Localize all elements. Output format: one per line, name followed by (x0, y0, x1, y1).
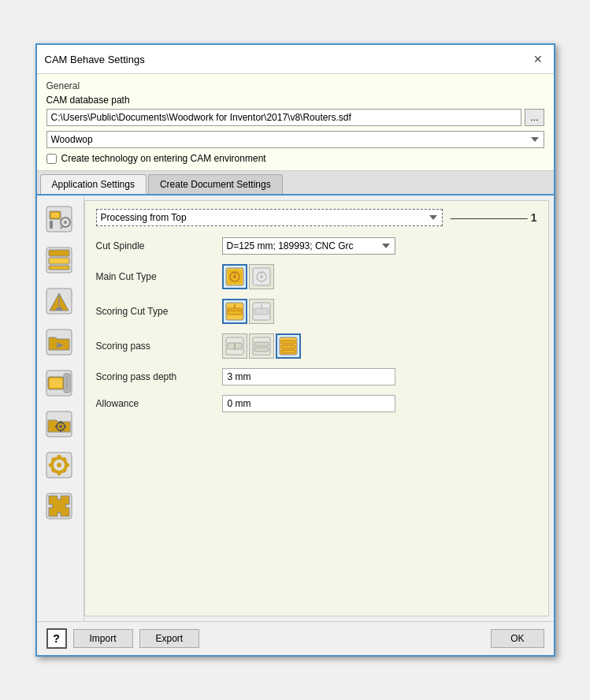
create-tech-checkbox[interactable] (46, 154, 57, 164)
cut-tool-icon (45, 287, 73, 315)
svg-rect-10 (49, 266, 69, 270)
tab-application-settings[interactable]: Application Settings (40, 174, 147, 194)
export-button[interactable]: Export (139, 629, 200, 648)
main-cut-type-icons (222, 264, 537, 289)
create-tech-row: Create technology on entering CAM enviro… (46, 153, 544, 164)
bottom-bar: ? Import Export OK (37, 621, 554, 655)
scoring-cut-icon-2 (252, 302, 271, 321)
sidebar (37, 195, 84, 621)
scoring-cut-type-btn-2[interactable] (249, 299, 274, 324)
scoring-pass-btn-1[interactable] (222, 333, 247, 359)
dialog-title: CAM Behave Settings (45, 54, 145, 65)
svg-rect-19 (50, 378, 62, 388)
svg-rect-55 (254, 308, 269, 315)
svg-rect-32 (58, 455, 61, 459)
svg-rect-2 (51, 213, 59, 218)
cam-path-row: ... (46, 109, 544, 126)
scoring-pass-btn-3[interactable] (276, 333, 301, 359)
scoring-cut-type-icons (222, 299, 537, 324)
scoring-pass-row: Scoring pass (96, 333, 537, 359)
scoring-pass-depth-input[interactable] (222, 368, 395, 385)
cam-type-select[interactable]: Woodwop (46, 131, 544, 148)
svg-rect-66 (281, 350, 295, 353)
sidebar-item-tool-settings[interactable] (40, 200, 78, 238)
main-cut-type-btn-2[interactable] (249, 264, 274, 289)
scoring-pass-depth-row: Scoring pass depth (96, 368, 537, 385)
cut-spindle-row: Cut Spindle D=125 mm; 189993; CNC Grc (96, 237, 537, 255)
allowance-control (222, 395, 537, 412)
puzzle-icon (45, 492, 73, 520)
cut-spindle-label: Cut Spindle (96, 240, 222, 251)
tab-create-document-settings[interactable]: Create Document Settings (148, 174, 283, 194)
tabs-bar: Application Settings Create Document Set… (37, 171, 554, 195)
form-grid: Cut Spindle D=125 mm; 189993; CNC Grc Ma… (96, 237, 537, 412)
layer-group-icon (45, 246, 73, 274)
main-cut-type-row: Main Cut Type (96, 264, 537, 289)
svg-rect-26 (60, 430, 61, 432)
scoring-pass-btn-2[interactable] (249, 333, 274, 359)
svg-rect-25 (60, 421, 61, 423)
scoring-pass-icon-1 (225, 337, 244, 356)
scoring-pass-icon-3 (279, 337, 298, 356)
svg-rect-8 (49, 250, 69, 256)
svg-point-6 (64, 221, 67, 224)
svg-rect-64 (281, 341, 295, 344)
processing-select[interactable]: Processing from Top (96, 209, 443, 226)
cam-dialog: CAM Behave Settings ✕ General CAM databa… (35, 43, 555, 657)
ok-button[interactable]: OK (491, 629, 544, 648)
svg-rect-51 (228, 308, 242, 315)
scoring-pass-depth-control (222, 368, 537, 385)
general-section: General CAM database path ... Woodwop Cr… (37, 74, 554, 171)
gear-folder-icon (45, 410, 73, 438)
import-button[interactable]: Import (73, 629, 133, 648)
sidebar-item-cut-tool[interactable] (40, 282, 78, 320)
svg-rect-34 (49, 464, 53, 467)
svg-rect-9 (49, 258, 69, 264)
tape-tool-icon (45, 369, 73, 397)
cam-dropdown-row: Woodwop (46, 131, 544, 148)
main-cut-type-label: Main Cut Type (96, 271, 222, 282)
scoring-cut-type-row: Scoring Cut Type (96, 299, 537, 324)
scoring-pass-icon-2 (252, 337, 271, 356)
scoring-cut-type-btn-1[interactable] (222, 299, 247, 324)
folder-cut-icon (45, 328, 73, 356)
cut-spindle-select[interactable]: D=125 mm; 189993; CNC Grc (222, 237, 395, 255)
arrow-label: ——————— 1 (451, 211, 537, 224)
svg-rect-61 (254, 342, 269, 346)
main-cut-icon-1 (225, 267, 244, 286)
svg-point-48 (260, 275, 263, 278)
title-bar: CAM Behave Settings ✕ (37, 45, 554, 74)
allowance-row: Allowance (96, 395, 537, 412)
cam-db-label: CAM database path (46, 95, 544, 106)
sidebar-item-gear-single[interactable] (40, 446, 78, 484)
scoring-pass-label: Scoring pass (96, 341, 222, 352)
cam-path-input[interactable] (46, 109, 522, 126)
svg-rect-14 (56, 307, 62, 311)
cut-spindle-control: D=125 mm; 189993; CNC Grc (222, 237, 537, 255)
scoring-cut-type-label: Scoring Cut Type (96, 306, 222, 317)
wrench-tool-icon (45, 205, 73, 233)
allowance-label: Allowance (96, 398, 222, 409)
scoring-pass-depth-label: Scoring pass depth (96, 371, 222, 382)
processing-row: Processing from Top ——————— 1 (96, 209, 537, 226)
sidebar-item-folder-cut[interactable] (40, 323, 78, 361)
svg-rect-65 (281, 345, 295, 348)
content-area: Processing from Top ——————— 1 Cut Spindl… (37, 195, 554, 621)
sidebar-item-layer-group[interactable] (40, 241, 78, 279)
svg-rect-62 (254, 348, 269, 352)
sidebar-item-gear-folder[interactable] (40, 405, 78, 443)
svg-rect-28 (64, 426, 66, 427)
svg-rect-35 (65, 464, 69, 467)
allowance-input[interactable] (222, 395, 395, 412)
svg-rect-3 (50, 221, 53, 229)
svg-point-24 (59, 425, 62, 428)
help-button[interactable]: ? (46, 628, 67, 649)
main-cut-icon-2 (252, 267, 271, 286)
sidebar-item-puzzle[interactable] (40, 487, 78, 525)
svg-point-31 (57, 463, 61, 467)
browse-button[interactable]: ... (525, 109, 544, 126)
close-button[interactable]: ✕ (530, 51, 546, 67)
sidebar-item-tape-tool[interactable] (40, 364, 78, 402)
main-cut-type-btn-1[interactable] (222, 264, 247, 289)
scoring-cut-icon-1 (225, 302, 244, 321)
